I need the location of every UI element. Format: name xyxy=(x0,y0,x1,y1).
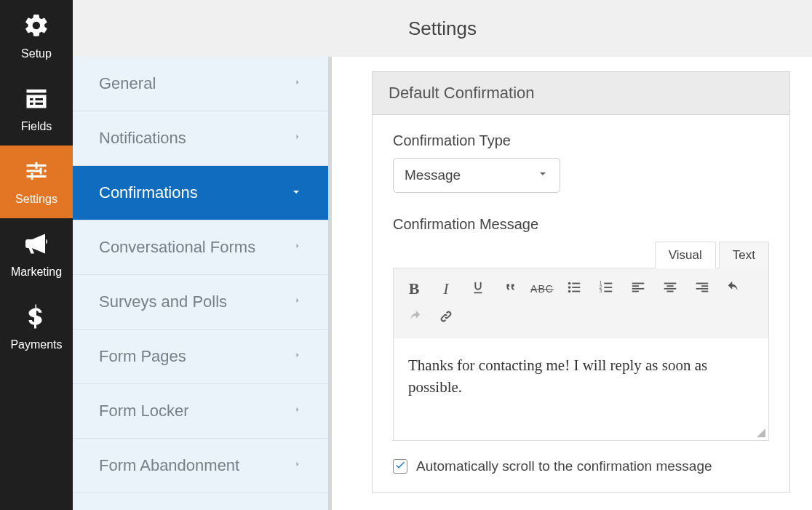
sidebar-item-label: Form Abandonment xyxy=(99,456,239,475)
italic-button[interactable]: I xyxy=(431,276,461,302)
link-button[interactable] xyxy=(431,305,461,331)
svg-point-0 xyxy=(568,282,571,285)
align-left-icon xyxy=(630,279,646,298)
card-body: Confirmation Type Message Confirmation M… xyxy=(373,115,789,492)
body-row: General Notifications Confirmations Conv… xyxy=(73,57,812,510)
chevron-right-icon xyxy=(293,292,302,311)
numbered-list-button[interactable]: 123 xyxy=(592,276,621,302)
nav-item-setup[interactable]: Setup xyxy=(0,0,73,73)
svg-rect-15 xyxy=(632,291,639,292)
bullet-list-button[interactable] xyxy=(560,276,589,302)
sidebar-item-notifications[interactable]: Notifications xyxy=(73,111,328,166)
underline-button[interactable] xyxy=(463,276,493,302)
chevron-right-icon xyxy=(293,402,302,421)
svg-rect-20 xyxy=(696,283,709,284)
tab-text[interactable]: Text xyxy=(719,242,769,268)
bold-button[interactable]: B xyxy=(399,276,429,302)
nav-item-fields[interactable]: Fields xyxy=(0,73,73,146)
svg-point-1 xyxy=(568,286,571,289)
svg-rect-17 xyxy=(666,285,673,287)
blockquote-button[interactable] xyxy=(495,276,525,302)
sidebar-item-label: Confirmations xyxy=(99,183,198,202)
align-center-icon xyxy=(662,279,678,298)
chevron-down-icon xyxy=(290,183,302,202)
confirmation-type-label: Confirmation Type xyxy=(393,132,769,149)
page-title: Settings xyxy=(73,0,812,57)
nav-label: Fields xyxy=(21,120,52,133)
content-column: Settings General Notifications Confirmat… xyxy=(73,0,812,510)
editor-tabs: Visual Text xyxy=(393,242,769,268)
nav-label: Settings xyxy=(15,193,57,206)
svg-rect-14 xyxy=(632,288,645,290)
icon-nav: Setup Fields Settings Marketing Payments xyxy=(0,0,73,510)
main-panel: Default Confirmation Confirmation Type M… xyxy=(332,57,812,510)
nav-label: Marketing xyxy=(11,266,62,279)
svg-rect-19 xyxy=(666,291,673,292)
quote-icon xyxy=(502,279,518,298)
svg-rect-11 xyxy=(604,291,612,292)
align-left-button[interactable] xyxy=(624,276,653,302)
settings-sidebar: General Notifications Confirmations Conv… xyxy=(73,57,332,510)
confirmation-type-select[interactable]: Message xyxy=(393,158,560,193)
sidebar-item-confirmations[interactable]: Confirmations xyxy=(73,166,328,220)
auto-scroll-row: Automatically scroll to the confirmation… xyxy=(393,458,769,474)
redo-button[interactable] xyxy=(399,305,429,331)
nav-item-marketing[interactable]: Marketing xyxy=(0,218,73,291)
svg-rect-21 xyxy=(701,285,708,287)
svg-rect-22 xyxy=(696,288,709,290)
sidebar-item-surveys-and-polls[interactable]: Surveys and Polls xyxy=(73,275,328,330)
sidebar-item-form-locker[interactable]: Form Locker xyxy=(73,384,328,439)
sidebar-item-label: Notifications xyxy=(99,129,186,148)
sidebar-item-label: Form Locker xyxy=(99,402,188,421)
strikethrough-button[interactable]: ABC xyxy=(528,276,557,302)
tab-visual[interactable]: Visual xyxy=(655,242,716,268)
check-icon xyxy=(394,458,406,474)
svg-rect-23 xyxy=(701,291,708,292)
card-header: Default Confirmation xyxy=(373,72,789,115)
undo-icon xyxy=(726,279,742,298)
auto-scroll-checkbox[interactable] xyxy=(393,459,407,474)
sidebar-item-form-abandonment[interactable]: Form Abandonment xyxy=(73,439,328,493)
svg-rect-13 xyxy=(632,285,639,287)
align-center-button[interactable] xyxy=(656,276,685,302)
confirmation-message-editor[interactable]: Thanks for contacting me! I will reply a… xyxy=(394,338,768,440)
dollar-icon xyxy=(23,303,49,332)
nav-item-payments[interactable]: Payments xyxy=(0,291,73,364)
svg-rect-5 xyxy=(572,291,580,292)
chevron-right-icon xyxy=(293,74,302,93)
sliders-icon xyxy=(23,158,49,187)
sidebar-item-label: Conversational Forms xyxy=(99,238,255,257)
select-value: Message xyxy=(405,167,461,183)
chevron-right-icon xyxy=(293,456,302,475)
svg-rect-18 xyxy=(664,288,677,290)
confirmation-message-label: Confirmation Message xyxy=(393,216,769,233)
resize-handle[interactable] xyxy=(755,427,765,437)
chevron-right-icon xyxy=(293,129,302,148)
chevron-right-icon xyxy=(293,238,302,257)
redo-icon xyxy=(406,308,422,327)
sidebar-item-form-pages[interactable]: Form Pages xyxy=(73,330,328,384)
numbered-list-icon: 123 xyxy=(598,279,614,298)
link-icon xyxy=(438,308,454,327)
editor-box: B I xyxy=(393,268,769,441)
editor-toolbar: B I xyxy=(394,268,768,338)
align-right-button[interactable] xyxy=(688,276,717,302)
align-right-icon xyxy=(694,279,710,298)
undo-button[interactable] xyxy=(720,276,749,302)
bullet-list-icon xyxy=(566,279,582,298)
sidebar-item-conversational-forms[interactable]: Conversational Forms xyxy=(73,220,328,275)
confirmation-type-select-wrap: Message xyxy=(393,158,560,193)
underline-icon xyxy=(470,279,486,298)
auto-scroll-label: Automatically scroll to the confirmation… xyxy=(416,458,712,474)
nav-label: Payments xyxy=(10,338,62,351)
nav-item-settings[interactable]: Settings xyxy=(0,146,73,218)
strike-icon: ABC xyxy=(530,283,554,295)
svg-rect-4 xyxy=(572,287,580,288)
svg-rect-3 xyxy=(572,283,580,284)
sidebar-item-general[interactable]: General xyxy=(73,57,328,111)
svg-point-2 xyxy=(568,290,571,293)
sidebar-item-label: Surveys and Polls xyxy=(99,292,227,311)
nav-label: Setup xyxy=(21,47,52,60)
sidebar-item-label: Form Pages xyxy=(99,347,186,366)
confirmation-card: Default Confirmation Confirmation Type M… xyxy=(372,71,790,493)
